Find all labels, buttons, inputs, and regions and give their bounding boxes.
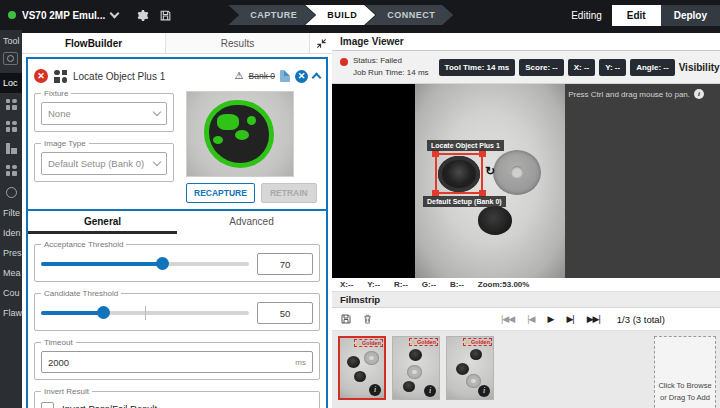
invert-result-label: Invert Result	[41, 387, 92, 396]
trash-icon	[362, 313, 373, 325]
step-connect[interactable]: CONNECT	[365, 5, 453, 25]
save-icon	[159, 9, 172, 22]
tool-search-input[interactable]	[3, 52, 18, 65]
edit-button[interactable]: Edit	[612, 5, 661, 26]
collapse-icon	[316, 38, 327, 49]
visibility-dropdown[interactable]: Visibility	[679, 62, 720, 73]
tool-category-count[interactable]: Cou	[0, 283, 22, 303]
save-icon	[340, 313, 352, 325]
golden-badge: Golden	[471, 339, 490, 345]
candidate-threshold-slider[interactable]	[41, 311, 249, 315]
image-position-label: 1/3 (3 total)	[617, 314, 665, 325]
delete-image-button[interactable]	[362, 313, 373, 325]
timeout-label: Timeout	[41, 338, 76, 347]
pattern-tool-icon[interactable]	[0, 115, 22, 137]
collapse-panel-button[interactable]	[310, 33, 332, 53]
edge-tool-icon[interactable]	[0, 159, 22, 181]
roi-box[interactable]	[435, 153, 483, 194]
golden-warning-icon: ⚠	[356, 340, 361, 346]
tool-title: Locate Object Plus 1	[73, 71, 165, 82]
recapture-button[interactable]: RECAPTURE	[186, 183, 255, 203]
status-failed-dot	[340, 58, 348, 66]
gear-icon	[136, 9, 149, 22]
pixel-status-bar: X:-- Y:-- R:-- G:-- B:-- Zoom:53.00%	[332, 278, 720, 292]
tool-category-filter[interactable]: Filte	[0, 203, 22, 223]
golden-warning-icon: ⚠	[411, 339, 416, 345]
thumbnail-info-icon[interactable]: i	[424, 385, 436, 397]
browse-drop-zone[interactable]: Click To Browse or Drag To Add	[654, 336, 716, 408]
timeout-unit: ms	[295, 358, 306, 367]
tab-results[interactable]: Results	[166, 33, 310, 53]
invert-checkbox-label: Invert Pass/Fail Result	[62, 403, 157, 408]
tool-category-measure[interactable]: Mea	[0, 263, 22, 283]
circle-tool-icon[interactable]	[0, 181, 22, 203]
candidate-threshold-input[interactable]	[257, 302, 313, 324]
pan-hint-text: Press Ctrl and drag mouse to pan.	[568, 90, 690, 99]
next-image-button[interactable]: ▶|	[566, 314, 573, 324]
golden-badge: Golden	[417, 339, 436, 345]
tool-card: ✕ Locate Object Plus 1 ⚠ Bank 0 ✕ Fixt	[26, 57, 328, 408]
visibility-label: Visibility	[679, 62, 720, 73]
tool-category-locate[interactable]: Loc	[0, 73, 22, 93]
thumbnail-1[interactable]: ⚠Golden i	[338, 336, 386, 400]
save-image-button[interactable]	[340, 313, 352, 325]
device-selector[interactable]: VS70 2MP Emul...	[0, 10, 126, 21]
device-name: VS70 2MP Emul...	[22, 10, 105, 21]
settings-button[interactable]	[136, 9, 149, 22]
viewer-canvas[interactable]: Locate Object Plus 1 Default Setup (Bank…	[332, 84, 720, 278]
delete-tool-button[interactable]: ✕	[295, 70, 308, 83]
thumbnail-info-icon[interactable]: i	[478, 385, 490, 397]
acceptance-threshold-label: Acceptance Threshold	[41, 240, 126, 249]
thumbnail-2[interactable]: ⚠Golden i	[392, 336, 440, 400]
slider-handle[interactable]	[97, 306, 110, 319]
rotate-handle-icon[interactable]: ↻	[485, 164, 495, 178]
invert-checkbox[interactable]	[41, 402, 54, 408]
warning-icon: ⚠	[235, 71, 244, 81]
acceptance-threshold-input[interactable]	[257, 253, 313, 275]
image-viewer: Image Viewer Status: Failed Job Run Time…	[332, 33, 720, 408]
tools-rail: Tool Loc Filte Iden Pres Mea Cou Flaw	[0, 30, 22, 408]
step-build[interactable]: BUILD	[305, 5, 375, 25]
washer-part	[493, 150, 541, 195]
candidate-threshold-group: Candidate Threshold	[34, 289, 320, 331]
save-job-button[interactable]	[159, 9, 172, 22]
tab-advanced[interactable]: Advanced	[177, 211, 326, 234]
copy-bank-icon[interactable]	[280, 70, 290, 82]
top-bar: VS70 2MP Emul... CAPTURE BUILD CONNECT E…	[0, 0, 720, 30]
info-icon: i	[694, 89, 704, 99]
filmstrip-thumbnails: ⚠Golden i ⚠Golden i ⚠Golden i C	[332, 331, 720, 408]
thumbnail-info-icon[interactable]: i	[369, 384, 381, 396]
play-button[interactable]: ▶	[547, 314, 553, 324]
acceptance-threshold-slider[interactable]	[41, 262, 249, 266]
tool-category-presence[interactable]: Pres	[0, 243, 22, 263]
pixel-g: G:--	[422, 280, 436, 289]
score-badge: Score: --	[519, 59, 563, 76]
tool-category-identify[interactable]: Iden	[0, 223, 22, 243]
slider-handle[interactable]	[156, 257, 169, 270]
mode-label: Editing	[571, 10, 602, 21]
viewer-toolbar: Status: Failed Job Run Time: 14 ms Tool …	[332, 51, 720, 84]
tool-category-flaw[interactable]: Flaw	[0, 303, 22, 323]
tab-general[interactable]: General	[28, 211, 177, 234]
thumbnail-3[interactable]: ⚠Golden i	[446, 336, 494, 400]
chevron-down-icon[interactable]	[110, 9, 120, 19]
blob-tool-icon[interactable]	[0, 137, 22, 159]
camera-image: Locate Object Plus 1 Default Setup (Bank…	[415, 84, 565, 278]
filmstrip-controls: |◀◀ |◀ ▶ ▶| ▶▶| 1/3 (3 total)	[332, 308, 720, 331]
timeout-input[interactable]	[48, 357, 295, 368]
chevron-down-icon	[153, 108, 161, 116]
retrain-button[interactable]: RETRAIN	[261, 183, 317, 203]
pixel-x: X:--	[340, 280, 353, 289]
step-capture[interactable]: CAPTURE	[228, 5, 315, 25]
previous-image-button[interactable]: |◀	[527, 314, 534, 324]
tab-flowbuilder[interactable]: FlowBuilder	[22, 33, 166, 53]
fixture-select[interactable]: None	[41, 102, 167, 125]
fixture-group: Fixture None	[34, 89, 174, 132]
collapse-tool-icon[interactable]	[312, 73, 322, 83]
image-type-select[interactable]: Default Setup (Bank 0)	[41, 152, 167, 175]
first-image-button[interactable]: |◀◀	[501, 314, 514, 324]
deploy-button[interactable]: Deploy	[661, 5, 720, 26]
locate-tool-icon[interactable]	[0, 93, 22, 115]
trained-pattern-thumbnail	[186, 91, 294, 177]
last-image-button[interactable]: ▶▶|	[587, 314, 600, 324]
